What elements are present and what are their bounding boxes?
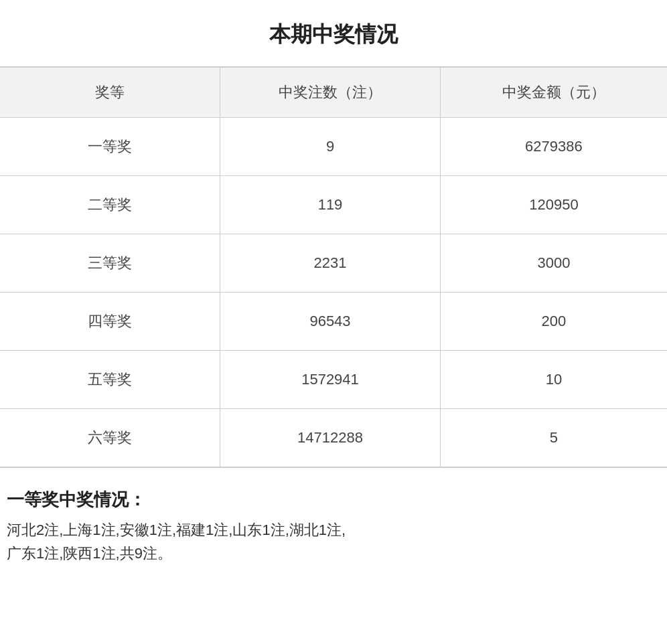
page-title: 本期中奖情况	[0, 0, 667, 66]
table-row: 四等奖96543200	[0, 293, 667, 351]
cell-count: 9	[220, 118, 441, 176]
cell-amount: 6279386	[440, 118, 667, 176]
cell-level: 四等奖	[0, 293, 220, 351]
cell-count: 2231	[220, 234, 441, 293]
cell-amount: 200	[440, 293, 667, 351]
cell-amount: 5	[440, 409, 667, 467]
cell-amount: 3000	[440, 234, 667, 293]
cell-count: 14712288	[220, 409, 441, 467]
cell-amount: 120950	[440, 176, 667, 234]
cell-level: 六等奖	[0, 409, 220, 467]
table-row: 三等奖22313000	[0, 234, 667, 293]
table-row: 五等奖157294110	[0, 351, 667, 409]
page-container: 本期中奖情况 奖等 中奖注数（注） 中奖金额（元） 一等奖96279386二等奖…	[0, 0, 667, 578]
cell-count: 119	[220, 176, 441, 234]
cell-level: 三等奖	[0, 234, 220, 293]
table-row: 二等奖119120950	[0, 176, 667, 234]
prize-info-detail: 河北2注,上海1注,安徽1注,福建1注,山东1注,湖北1注,广东1注,陕西1注,…	[7, 518, 660, 565]
table-row: 六等奖147122885	[0, 409, 667, 467]
header-level: 奖等	[0, 68, 220, 118]
table-header-row: 奖等 中奖注数（注） 中奖金额（元）	[0, 68, 667, 118]
cell-level: 二等奖	[0, 176, 220, 234]
cell-level: 五等奖	[0, 351, 220, 409]
prize-info-section: 一等奖中奖情况： 河北2注,上海1注,安徽1注,福建1注,山东1注,湖北1注,广…	[0, 468, 667, 578]
cell-amount: 10	[440, 351, 667, 409]
prize-table: 奖等 中奖注数（注） 中奖金额（元） 一等奖96279386二等奖1191209…	[0, 68, 667, 467]
table-row: 一等奖96279386	[0, 118, 667, 176]
cell-count: 96543	[220, 293, 441, 351]
cell-count: 1572941	[220, 351, 441, 409]
table-wrapper: 奖等 中奖注数（注） 中奖金额（元） 一等奖96279386二等奖1191209…	[0, 66, 667, 468]
cell-level: 一等奖	[0, 118, 220, 176]
header-amount: 中奖金额（元）	[440, 68, 667, 118]
header-count: 中奖注数（注）	[220, 68, 441, 118]
prize-info-title: 一等奖中奖情况：	[7, 488, 660, 511]
